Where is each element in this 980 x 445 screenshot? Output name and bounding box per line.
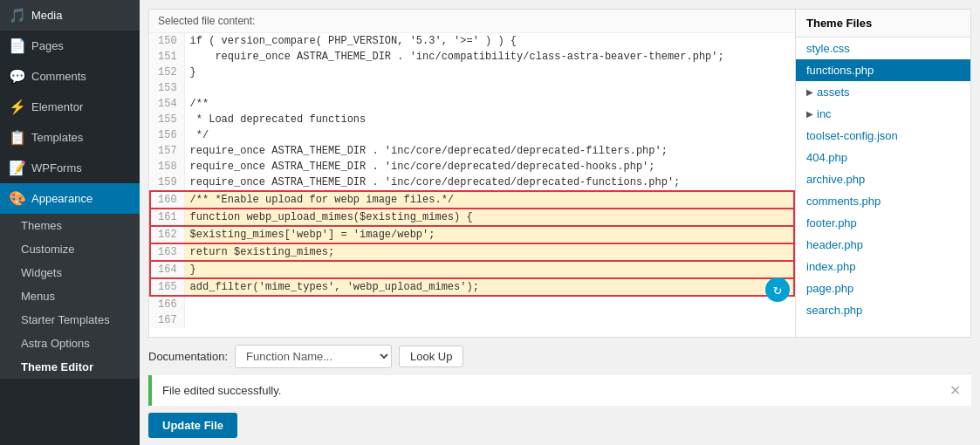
file-item-footer.php[interactable]: footer.php xyxy=(796,212,970,234)
file-item-label: style.css xyxy=(806,42,850,55)
appearance-icon: 🎨 xyxy=(9,190,26,207)
file-item-label: page.php xyxy=(806,282,853,295)
line-code: } xyxy=(184,261,794,278)
file-item-archive.php[interactable]: archive.php xyxy=(796,168,970,190)
line-number: 152 xyxy=(150,65,184,80)
file-list: style.cssfunctions.php▶assets▶inctoolset… xyxy=(796,38,970,337)
file-item-label: search.php xyxy=(806,304,862,317)
sidebar-item-templates[interactable]: 📋 Templates xyxy=(0,122,140,153)
line-number: 167 xyxy=(150,312,184,328)
line-number: 154 xyxy=(150,96,184,112)
file-item-comments.php[interactable]: comments.php xyxy=(796,190,970,212)
line-number: 153 xyxy=(150,80,184,96)
sidebar-item-media[interactable]: 🎵 Media xyxy=(0,0,140,31)
doc-row: Documentation: Function Name... Look Up xyxy=(148,345,971,368)
elementor-icon: ⚡ xyxy=(9,99,26,115)
file-item-label: 404.php xyxy=(806,151,847,164)
file-item-label: header.php xyxy=(806,238,863,251)
function-name-select[interactable]: Function Name... xyxy=(235,345,392,368)
line-code: return $existing_mimes; xyxy=(184,243,794,261)
line-code xyxy=(184,80,794,96)
line-code: require_once ASTRA_THEME_DIR . 'inc/core… xyxy=(184,175,794,191)
sidebar-item-elementor[interactable]: ⚡ Elementor xyxy=(0,92,140,122)
line-number: 156 xyxy=(150,127,184,143)
sidebar-label-elementor: Elementor xyxy=(31,100,83,113)
line-code: if ( version_compare( PHP_VERSION, '5.3'… xyxy=(184,33,794,49)
file-item-label: inc xyxy=(817,107,832,120)
file-item-page.php[interactable]: page.php xyxy=(796,277,970,299)
pages-icon: 📄 xyxy=(9,38,26,54)
sidebar: 🎵 Media 📄 Pages 💬 Comments ⚡ Elementor 📋… xyxy=(0,0,140,445)
sidebar-item-appearance[interactable]: 🎨 Appearance xyxy=(0,183,140,214)
line-code: require_once ASTRA_THEME_DIR . 'inc/core… xyxy=(184,143,794,159)
line-number: 159 xyxy=(150,175,184,191)
line-code: $existing_mimes['webp'] = 'image/webp'; xyxy=(184,226,794,243)
success-message: File edited successfully. xyxy=(162,384,281,397)
file-item-style.css[interactable]: style.css xyxy=(796,38,970,59)
line-code: */ xyxy=(184,127,794,143)
sidebar-sub-theme-editor[interactable]: Theme Editor xyxy=(0,355,140,379)
file-item-header.php[interactable]: header.php xyxy=(796,234,970,256)
line-number: 150 xyxy=(150,33,184,49)
sidebar-sub-themes[interactable]: Themes xyxy=(0,214,140,237)
doc-label: Documentation: xyxy=(148,350,228,363)
line-number: 151 xyxy=(150,49,184,65)
sidebar-sub-widgets[interactable]: Widgets xyxy=(0,261,140,284)
line-code: * Load deprecated functions xyxy=(184,112,794,127)
code-panel: Selected file content: 150if ( version_c… xyxy=(149,10,796,337)
main-content: Selected file content: 150if ( version_c… xyxy=(140,0,980,445)
sidebar-label-comments: Comments xyxy=(31,70,86,83)
wpforms-icon: 📝 xyxy=(9,160,26,176)
line-number: 166 xyxy=(150,296,184,312)
file-item-label: index.php xyxy=(806,260,855,273)
templates-icon: 📋 xyxy=(9,129,26,146)
line-number: 157 xyxy=(150,143,184,159)
file-item-search.php[interactable]: search.php xyxy=(796,299,970,321)
editor-area: Selected file content: 150if ( version_c… xyxy=(148,9,971,338)
line-number: 165 xyxy=(150,278,184,296)
file-item-index.php[interactable]: index.php xyxy=(796,256,970,277)
file-item-label: footer.php xyxy=(806,216,857,229)
line-number: 155 xyxy=(150,112,184,127)
sidebar-label-appearance: Appearance xyxy=(31,192,93,205)
bottom-area: Documentation: Function Name... Look Up … xyxy=(140,338,980,445)
code-table: 150if ( version_compare( PHP_VERSION, '5… xyxy=(149,33,795,328)
file-item-404.php[interactable]: 404.php xyxy=(796,147,970,168)
line-code: function webp_upload_mimes($existing_mim… xyxy=(184,209,794,226)
file-item-functions.php[interactable]: functions.php xyxy=(796,59,970,81)
file-item-label: toolset-config.json xyxy=(806,129,898,142)
sidebar-sub-astra-options[interactable]: Astra Options xyxy=(0,332,140,355)
look-up-button[interactable]: Look Up xyxy=(399,346,463,367)
sidebar-sub-starter-templates[interactable]: Starter Templates xyxy=(0,308,140,332)
sidebar-label-templates: Templates xyxy=(31,131,83,144)
file-item-inc[interactable]: ▶inc xyxy=(796,103,970,125)
sidebar-label-media: Media xyxy=(31,9,62,22)
comments-icon: 💬 xyxy=(9,68,26,85)
file-item-label: assets xyxy=(817,86,850,99)
sidebar-item-pages[interactable]: 📄 Pages xyxy=(0,31,140,61)
file-item-label: archive.php xyxy=(806,173,865,186)
line-code: /** xyxy=(184,96,794,112)
update-file-button[interactable]: Update File xyxy=(148,413,237,438)
scroll-to-bottom-button[interactable]: ↻ xyxy=(765,277,790,302)
sidebar-item-wpforms[interactable]: 📝 WPForms xyxy=(0,153,140,183)
line-number: 161 xyxy=(150,209,184,226)
file-panel: Theme Files style.cssfunctions.php▶asset… xyxy=(796,10,970,337)
line-number: 158 xyxy=(150,159,184,175)
line-code: } xyxy=(184,65,794,80)
sidebar-item-comments[interactable]: 💬 Comments xyxy=(0,61,140,92)
line-code xyxy=(184,312,794,328)
sidebar-sub-menus[interactable]: Menus xyxy=(0,284,140,308)
file-item-label: comments.php xyxy=(806,195,881,208)
folder-arrow-icon: ▶ xyxy=(806,109,813,119)
line-number: 162 xyxy=(150,226,184,243)
success-bar: File edited successfully. ✕ xyxy=(148,375,971,406)
line-code: require_once ASTRA_THEME_DIR . 'inc/core… xyxy=(184,159,794,175)
success-close-button[interactable]: ✕ xyxy=(949,382,961,399)
file-item-assets[interactable]: ▶assets xyxy=(796,81,970,103)
code-content[interactable]: 150if ( version_compare( PHP_VERSION, '5… xyxy=(149,33,795,337)
file-item-toolset-config.json[interactable]: toolset-config.json xyxy=(796,125,970,147)
sidebar-sub-customize[interactable]: Customize xyxy=(0,237,140,261)
line-code xyxy=(184,296,794,312)
selected-file-label: Selected file content: xyxy=(149,10,795,33)
